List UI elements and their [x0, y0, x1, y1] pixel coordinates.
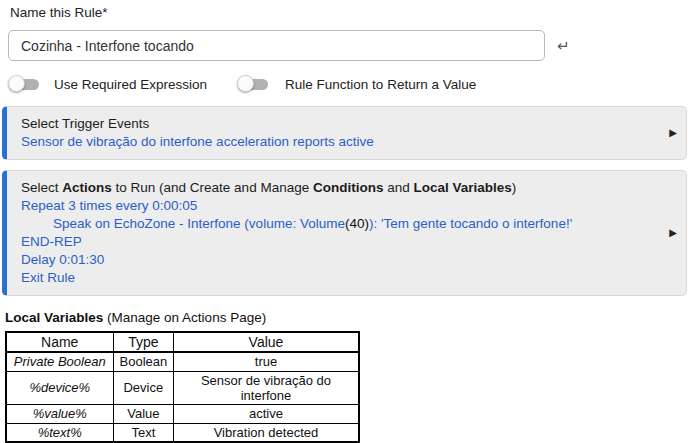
toggle-row: Use Required Expression Rule Function to…	[8, 75, 690, 93]
table-row: Private Boolean Boolean true	[6, 352, 359, 371]
variable-value: active	[174, 404, 359, 423]
variable-name: %value%	[6, 404, 113, 423]
expand-arrow-icon[interactable]: ▶	[669, 224, 677, 242]
action-delay: Delay 0:01:30	[21, 251, 660, 269]
action-speak: Speak on EchoZone - Interfone (volume: V…	[21, 215, 660, 233]
toggle-rule-function-return-value[interactable]	[237, 75, 270, 93]
local-variables-heading: Local Variables (Manage on Actions Page)	[5, 310, 690, 325]
toggle-knob	[237, 75, 254, 92]
header-type: Type	[113, 332, 174, 352]
local-variables-table: Name Type Value Private Boolean Boolean …	[5, 331, 360, 443]
use-required-expression-label: Use Required Expression	[54, 77, 207, 92]
header-name: Name	[6, 332, 113, 352]
toggle-knob	[8, 75, 25, 92]
table-row: %value% Value active	[6, 404, 359, 423]
variable-name: %text%	[6, 423, 113, 442]
expand-arrow-icon[interactable]: ▶	[669, 124, 677, 142]
variable-name: %device%	[6, 371, 113, 404]
variable-value: Vibration detected	[174, 423, 359, 442]
trigger-card-title: Select Trigger Events	[21, 115, 660, 133]
actions-card-title: Select Actions to Run (and Create and Ma…	[21, 179, 660, 197]
variable-type: Text	[113, 423, 174, 442]
header-value: Value	[174, 332, 359, 352]
variable-type: Device	[113, 371, 174, 404]
action-repeat: Repeat 3 times every 0:00:05	[21, 197, 660, 215]
variable-type: Boolean	[113, 352, 174, 371]
table-row: %device% Device Sensor de vibração do in…	[6, 371, 359, 404]
variable-value: true	[174, 352, 359, 371]
variable-name: Private Boolean	[6, 352, 113, 371]
action-end-rep: END-REP	[21, 233, 660, 251]
select-actions-card[interactable]: Select Actions to Run (and Create and Ma…	[2, 170, 687, 296]
enter-key-icon: ↵	[557, 38, 570, 53]
select-trigger-events-card[interactable]: Select Trigger Events Sensor de vibração…	[2, 106, 687, 160]
variable-value: Sensor de vibração do interfone	[174, 371, 359, 404]
action-exit-rule: Exit Rule	[21, 269, 660, 287]
variable-type: Value	[113, 404, 174, 423]
table-row: %text% Text Vibration detected	[6, 423, 359, 442]
trigger-event-text: Sensor de vibração do interfone accelera…	[21, 133, 660, 151]
rule-name-row: ↵	[8, 30, 690, 61]
rule-function-return-value-label: Rule Function to Return a Value	[285, 77, 476, 92]
table-header-row: Name Type Value	[6, 332, 359, 352]
name-rule-label: Name this Rule*	[10, 5, 690, 20]
rule-name-input[interactable]	[8, 30, 545, 61]
toggle-use-required-expression[interactable]	[8, 75, 41, 93]
